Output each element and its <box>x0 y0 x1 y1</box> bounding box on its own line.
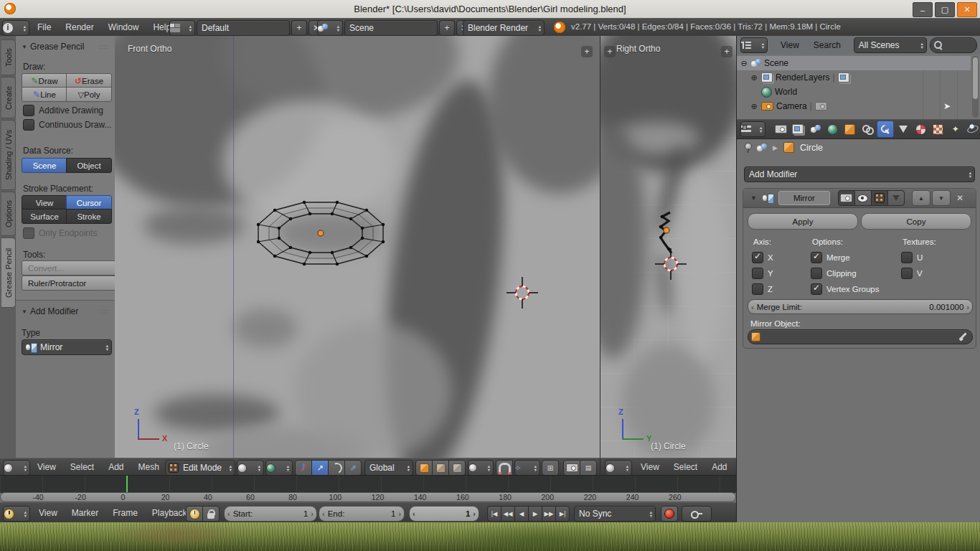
only-endpoints-checkbox[interactable] <box>23 227 34 239</box>
axis-x-checkbox[interactable] <box>752 252 763 263</box>
collapse-icon[interactable]: ⊖ <box>740 59 748 68</box>
scene-icon-button[interactable] <box>317 20 343 36</box>
axis-y-row[interactable]: Y <box>752 268 773 279</box>
editmode-display-toggle[interactable] <box>871 190 888 206</box>
pin-icon[interactable] <box>744 143 751 153</box>
merge-limit-slider[interactable]: Merge Limit: 0.001000 <box>748 299 973 314</box>
add-layout-button[interactable]: + <box>291 20 307 36</box>
menu-file[interactable]: File <box>30 22 58 32</box>
tab-object[interactable] <box>842 121 858 137</box>
additive-drawing-row[interactable]: Additive Drawing <box>23 105 103 116</box>
cage-display-toggle[interactable] <box>887 190 905 206</box>
texture-u-row[interactable]: U <box>901 252 923 263</box>
tab-create[interactable]: Create <box>1 77 16 118</box>
outliner-scrollbar[interactable] <box>972 56 979 118</box>
tab-render-layers[interactable] <box>790 121 806 137</box>
menu-frame[interactable]: Frame <box>105 508 145 518</box>
grease-pencil-panel-header[interactable]: Grease Pencil:::: <box>22 42 109 52</box>
tab-physics[interactable] <box>965 121 980 137</box>
screen-layout-icon-button[interactable] <box>169 20 195 36</box>
expand-icon[interactable]: ⊕ <box>750 73 758 83</box>
axis-z-checkbox[interactable] <box>752 283 763 295</box>
add-scene-button[interactable]: + <box>439 20 455 36</box>
minimize-button[interactable]: – <box>913 2 933 17</box>
outliner-search-input[interactable] <box>930 37 977 53</box>
menu-select[interactable]: Select <box>666 462 705 472</box>
pivot-point-dropdown[interactable] <box>265 460 293 476</box>
tab-render[interactable] <box>773 121 788 137</box>
stroke-view-button[interactable]: View <box>22 195 67 210</box>
close-button[interactable]: ✕ <box>957 2 977 17</box>
editor-type-3dview-button[interactable] <box>605 460 632 476</box>
draw-button[interactable]: ✎Draw <box>22 73 67 88</box>
tab-particles[interactable]: ✦ <box>948 121 963 137</box>
render-opengl-button[interactable] <box>563 460 580 476</box>
stroke-stroke-button[interactable]: Stroke <box>66 209 112 224</box>
apply-button[interactable]: Apply <box>748 213 858 230</box>
texture-v-row[interactable]: V <box>901 268 923 279</box>
tab-constraints[interactable] <box>859 121 875 137</box>
tab-world[interactable] <box>825 121 841 137</box>
mirror-object-field[interactable] <box>748 329 973 344</box>
ruler-protractor-button[interactable]: Ruler/Protractor <box>22 276 118 291</box>
tab-object-data[interactable] <box>895 121 911 137</box>
line-button[interactable]: ✎Line <box>22 87 67 102</box>
editor-type-properties-button[interactable] <box>740 121 765 137</box>
display-mode-dropdown[interactable]: All Scenes <box>854 37 927 53</box>
jump-to-start-button[interactable]: |◀ <box>487 506 501 522</box>
end-frame-field[interactable]: End:1 <box>319 506 405 522</box>
menu-view[interactable]: View <box>633 462 666 472</box>
collapse-triangle-icon[interactable]: ▼ <box>750 194 757 202</box>
data-source-object-button[interactable]: Object <box>66 158 112 173</box>
outliner-row-renderlayers[interactable]: ⊕ RenderLayers | <box>737 70 971 85</box>
move-modifier-up-button[interactable]: ▲ <box>912 190 930 206</box>
viewport-shading-dropdown[interactable] <box>237 460 264 476</box>
outliner-row-scene[interactable]: ⊖ Scene <box>737 56 971 70</box>
manipulator-translate-button[interactable]: ↗ <box>311 460 329 476</box>
viewport-visibility-toggle[interactable] <box>854 190 872 206</box>
eyedropper-icon[interactable] <box>958 332 968 342</box>
convert-button[interactable]: Convert... <box>22 260 118 276</box>
outliner-row-camera[interactable]: ⊕ Camera | ➤ <box>737 99 971 113</box>
snap-element-dropdown[interactable]: ⊹ <box>514 460 540 476</box>
use-preview-range-button[interactable] <box>186 506 203 522</box>
menu-view[interactable]: View <box>32 508 65 518</box>
vertex-groups-row[interactable]: Vertex Groups <box>811 283 880 295</box>
sync-dropdown[interactable]: No Sync <box>574 506 656 522</box>
texture-v-checkbox[interactable] <box>901 268 913 279</box>
timeline-playhead[interactable] <box>126 476 128 493</box>
render-engine-selector[interactable]: Blender Render <box>463 20 545 36</box>
start-frame-field[interactable]: Start:1 <box>224 506 317 522</box>
lock-frame-range-button[interactable] <box>202 506 220 522</box>
menu-search[interactable]: Search <box>806 40 848 50</box>
play-reverse-button[interactable]: ◀ <box>514 506 529 522</box>
jump-next-keyframe-button[interactable]: ▶▶ <box>542 506 556 522</box>
manipulator-scale-button[interactable]: ⇗ <box>344 460 362 476</box>
editor-type-3dview-button[interactable] <box>3 460 30 476</box>
tab-shading-uvs[interactable]: Shading / UVs <box>1 120 16 190</box>
menu-add[interactable]: Add <box>101 462 131 472</box>
menu-view[interactable]: View <box>773 40 806 50</box>
menu-view[interactable]: View <box>30 462 63 472</box>
copy-button[interactable]: Copy <box>861 213 971 230</box>
tab-material[interactable] <box>913 121 928 137</box>
timeline-frames-area[interactable] <box>0 475 736 493</box>
outliner-row-world[interactable]: World <box>737 85 971 99</box>
snap-target-button[interactable]: ⊞ <box>542 460 559 476</box>
play-button[interactable]: ▶ <box>528 506 542 522</box>
vertex-select-mode-button[interactable] <box>415 460 433 476</box>
maximize-button[interactable]: ▢ <box>935 2 955 17</box>
viewport-right[interactable]: Right Ortho + + Z Y (1) Circle <box>600 36 737 458</box>
continuous-draw-checkbox[interactable] <box>23 119 34 131</box>
scene-selector[interactable]: Scene <box>344 20 438 36</box>
add-modifier-dropdown[interactable]: Add Modifier <box>744 166 975 182</box>
stroke-surface-button[interactable]: Surface <box>22 209 67 224</box>
poly-button[interactable]: ▽Poly <box>66 87 112 102</box>
add-modifier-panel-header[interactable]: Add Modifier:::: <box>22 306 109 316</box>
tab-tools[interactable]: Tools <box>1 39 16 75</box>
tab-modifiers[interactable] <box>877 121 894 138</box>
mode-dropdown[interactable]: Edit Mode <box>165 460 235 476</box>
delete-modifier-icon[interactable]: ✕ <box>956 193 963 203</box>
manipulator-axis-button[interactable] <box>295 460 312 476</box>
render-opengl-anim-button[interactable]: ▤ <box>580 460 597 476</box>
